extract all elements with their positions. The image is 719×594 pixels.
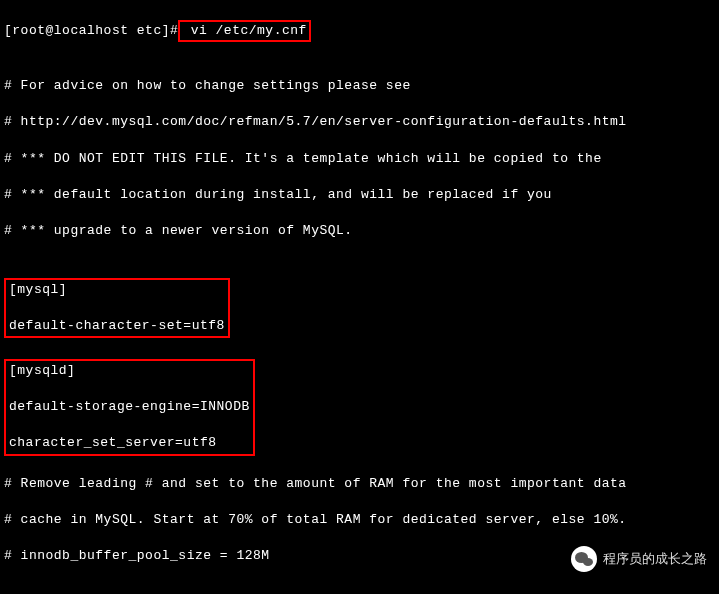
highlighted-command: vi /etc/my.cnf <box>178 20 311 42</box>
comment-line: # *** DO NOT EDIT THIS FILE. It's a temp… <box>4 150 715 168</box>
comment-line: # *** default location during install, a… <box>4 186 715 204</box>
comment-line: # http://dev.mysql.com/doc/refman/5.7/en… <box>4 113 715 131</box>
prompt-user: [root@localhost etc]# <box>4 23 178 38</box>
comment-line: # *** upgrade to a newer version of MySQ… <box>4 222 715 240</box>
watermark: 程序员的成长之路 <box>571 546 707 572</box>
watermark-text: 程序员的成长之路 <box>603 550 707 568</box>
comment-line: # Remove leading # and set to the amount… <box>4 475 715 493</box>
comment-line: # For advice on how to change settings p… <box>4 77 715 95</box>
terminal-output[interactable]: [root@localhost etc]# vi /etc/my.cnf # F… <box>4 4 715 594</box>
wechat-icon <box>571 546 597 572</box>
comment-line: # cache in MySQL. Start at 70% of total … <box>4 511 715 529</box>
highlighted-mysqld-section: [mysqld] default-storage-engine=INNODB c… <box>4 359 255 456</box>
highlighted-mysql-section: [mysql] default-character-set=utf8 <box>4 278 230 339</box>
